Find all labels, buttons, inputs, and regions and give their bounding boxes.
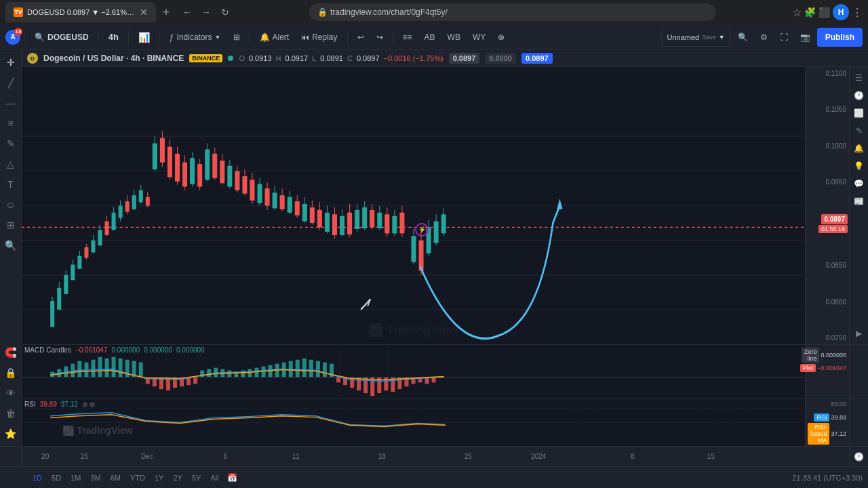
chart-layout: ✛ ╱ — ≡ ✎ △ T ☺ ⊞ 🔍 🧲 🔒 👁 🗑 ⭐ D Dogecoin… — [0, 50, 868, 446]
address-bar[interactable]: 🔒 tradingview.com/chart/0gF4qt6y/ — [309, 3, 716, 21]
separator4 — [159, 30, 160, 44]
magnet-tool[interactable]: 🧲 — [1, 343, 20, 362]
svg-rect-157 — [309, 360, 313, 378]
back-btn[interactable]: ← — [179, 4, 195, 20]
drawing-tools-btn[interactable]: AB — [419, 28, 441, 47]
tf-ytd-btn[interactable]: YTD — [126, 472, 149, 483]
svg-marker-116 — [557, 199, 562, 209]
browser-tab[interactable]: TV DOGEUSD 0.0897 ▼ −2.61% U... ✕ — [5, 2, 156, 22]
tab-favicon: TV — [14, 7, 23, 17]
rsi-panel: RSI 39.89 37.12 ⊘ ⊘ 📈 TradingView — [22, 399, 868, 446]
tf-2y-btn[interactable]: 2Y — [169, 472, 186, 483]
calendar-btn[interactable]: 📅 — [224, 470, 241, 486]
chart-canvas-area: 📈 TradingView ⚡ 0.1100 0.1050 0.1000 0.0… — [22, 67, 868, 344]
tf-5y-btn[interactable]: 5Y — [188, 472, 205, 483]
replay-icon: ⏮ — [301, 33, 309, 42]
zoom-tool[interactable]: 🔍 — [1, 236, 20, 255]
notification-badge: 13 — [14, 28, 22, 36]
search-symbol-btn[interactable]: 🔍 DOGEUSD — [29, 28, 94, 47]
layers-btn[interactable]: ⬜ — [851, 105, 867, 121]
chart-info-bar: D Dogecoin / US Dollar · 4h · BINANCE BI… — [22, 50, 868, 67]
zero-line-val: 0.000000 — [821, 352, 846, 359]
news-btn[interactable]: 📰 — [851, 193, 867, 209]
tf-1d-btn[interactable]: 1D — [28, 472, 46, 483]
draw-line-tool[interactable]: ╱ — [1, 73, 20, 92]
left-sidebar: ✛ ╱ — ≡ ✎ △ T ☺ ⊞ 🔍 🧲 🔒 👁 🗑 ⭐ — [0, 50, 22, 446]
tf-6m-btn[interactable]: 6M — [106, 472, 125, 483]
open-label: O — [239, 54, 245, 62]
publish-btn[interactable]: Publish — [817, 28, 863, 47]
watchlist-btn[interactable]: ☰ — [851, 70, 867, 86]
tab-close-btn[interactable]: ✕ — [140, 7, 148, 18]
more-tools-btn[interactable]: WB — [442, 28, 466, 47]
tf-3m-btn[interactable]: 3M — [86, 472, 104, 483]
annotation-circle[interactable]: ⚡ — [415, 223, 429, 237]
undo-btn[interactable]: ↩ — [352, 28, 370, 47]
unnamed-chart-btn[interactable]: Unnamed Save ▼ — [661, 28, 731, 47]
svg-rect-161 — [336, 377, 340, 382]
trash-tool[interactable]: 🗑 — [1, 404, 20, 423]
draw-hline-tool[interactable]: — — [1, 94, 20, 113]
rsi-badge: RSI — [814, 413, 829, 422]
time-axis-clock[interactable]: 🕐 — [849, 447, 868, 466]
extensions-btn[interactable]: 🧩 — [804, 7, 816, 18]
crosshair-tool[interactable]: ✛ — [1, 53, 20, 72]
bookmark-btn[interactable]: ☆ — [792, 6, 802, 19]
arrow-right-btn[interactable]: ▶ — [851, 325, 867, 342]
user-avatar[interactable]: A 13 — [5, 30, 20, 45]
svg-rect-155 — [296, 360, 300, 378]
draw-channel-tool[interactable]: ≡ — [1, 114, 20, 133]
layouts-btn[interactable]: ⊞ — [228, 28, 245, 47]
indicators-btn[interactable]: ƒ Indicators ▼ — [164, 28, 226, 47]
rsi-chart[interactable]: RSI 39.89 37.12 ⊘ ⊘ 📈 TradingView — [22, 399, 805, 446]
search-toolbar-btn[interactable]: 🔍 — [732, 28, 753, 47]
open-value: 0.0913 — [249, 54, 272, 62]
svg-rect-143 — [214, 368, 218, 378]
more-btn[interactable]: ⋮ — [852, 6, 863, 19]
reload-btn[interactable]: ↻ — [217, 4, 233, 20]
tf-1m-btn[interactable]: 1M — [66, 472, 85, 483]
price-label-0750: 0.0750 — [806, 334, 849, 342]
bar-type-btn[interactable]: ≡≡ — [397, 28, 418, 47]
forward-btn[interactable]: → — [198, 4, 214, 20]
new-tab-btn[interactable]: + — [157, 3, 175, 21]
svg-rect-142 — [207, 369, 211, 378]
icons-tool[interactable]: ☺ — [1, 195, 20, 214]
profile-btn[interactable]: H — [833, 4, 849, 20]
idea-btn[interactable]: 💡 — [851, 158, 867, 174]
chat-btn[interactable]: 💬 — [851, 176, 867, 192]
alert-rt-btn[interactable]: 🔔 — [851, 140, 867, 157]
measure-tool[interactable]: ⊞ — [1, 216, 20, 235]
separator6 — [347, 30, 348, 44]
brush-rt-btn[interactable]: ✎ — [851, 123, 867, 139]
favorites-tool[interactable]: ⭐ — [1, 424, 20, 443]
bar-style-btn[interactable]: 📊 — [133, 28, 155, 47]
right-toolbar: ☰ 🕐 ⬜ ✎ 🔔 💡 💬 📰 ▶ — [849, 67, 868, 344]
time-label-2024: 2024 — [531, 453, 546, 460]
macd-val2: 0.000000 — [111, 346, 140, 354]
macd-price-scale: Zero line 0.000000 Plot −0.001047 — [805, 345, 849, 399]
time-label-dec: Dec — [141, 453, 153, 460]
redo-btn[interactable]: ↪ — [371, 28, 389, 47]
timeframe-btn[interactable]: 4h — [103, 28, 124, 47]
text-tool[interactable]: T — [1, 175, 20, 194]
draw-shapes-tool[interactable]: △ — [1, 155, 20, 174]
eye-tool[interactable]: 👁 — [1, 384, 20, 403]
candlestick-chart[interactable]: 📈 TradingView ⚡ — [22, 67, 805, 344]
snapshot-btn[interactable]: 📷 — [795, 28, 816, 47]
alert-btn[interactable]: 🔔 Alert — [254, 28, 295, 47]
tf-all-btn[interactable]: All — [206, 472, 222, 483]
cursor-btn[interactable]: ⊕ — [492, 28, 510, 47]
clock-btn[interactable]: 🕐 — [851, 87, 867, 104]
lock-tool[interactable]: 🔒 — [1, 363, 20, 382]
tf-1y-btn[interactable]: 1Y — [151, 472, 167, 483]
tv-toolbar: A 13 🔍 DOGEUSD 4h 📊 ƒ Indicators ▼ ⊞ 🔔 A… — [0, 24, 868, 50]
replay-btn[interactable]: ⏮ Replay — [296, 28, 342, 47]
tf-5d-btn[interactable]: 5D — [47, 472, 65, 483]
sidebar-browser-btn[interactable]: ⬛ — [818, 7, 830, 18]
fullscreen-btn[interactable]: ⛶ — [774, 28, 793, 47]
extra-tools-btn[interactable]: WY — [467, 28, 491, 47]
draw-brush-tool[interactable]: ✎ — [1, 134, 20, 153]
settings-btn[interactable]: ⚙ — [755, 28, 773, 47]
macd-chart[interactable]: MACD Candles −0.001047 0.000000 0.000000… — [22, 345, 805, 399]
